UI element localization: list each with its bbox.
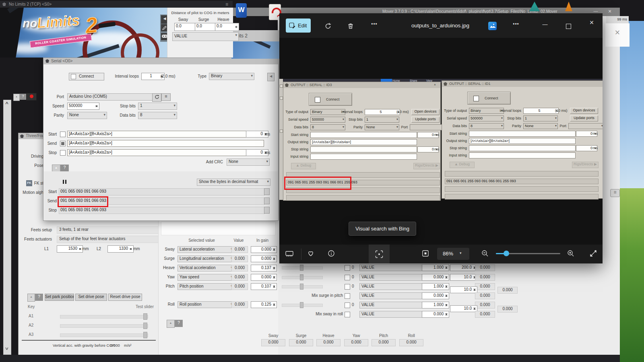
serial-titlebar[interactable]: Serial <O0> — [43, 58, 278, 64]
set-park-position-button[interactable]: Set park position — [45, 294, 74, 301]
zoom-slider-handle[interactable] — [504, 251, 509, 256]
more-button[interactable]: ••• — [366, 21, 382, 27]
reset-drive-pose-button[interactable]: Reset drive pose — [108, 294, 142, 301]
collapse-icon[interactable]: ▲ — [13, 94, 20, 101]
info-button[interactable] — [327, 249, 337, 259]
mix-gain-spinner[interactable]: 0.000 — [422, 311, 449, 318]
mix-shared-filter-spinner[interactable]: 10.0 — [450, 305, 477, 312]
axis-gain-spinner[interactable]: 0.125 — [251, 301, 277, 308]
feets-actuators-value[interactable]: Setup of the four feet linear actuators — [57, 236, 161, 243]
addcrc-dropdown[interactable]: None — [227, 158, 270, 166]
debug-more-button[interactable] — [264, 197, 270, 204]
channel-slider-handle[interactable] — [143, 313, 147, 320]
port-list-button[interactable]: ≡ — [161, 93, 171, 101]
debug-more-button[interactable] — [264, 207, 270, 214]
axis-source-dropdown[interactable]: Vertical acceleration — [178, 265, 234, 272]
visual-search-button[interactable] — [369, 245, 390, 263]
axis-gain-spinner[interactable]: 0.000 — [251, 274, 277, 281]
favorite-button[interactable] — [307, 249, 316, 259]
axis-gain-spinner[interactable]: 0.107 — [251, 283, 277, 290]
word-icon[interactable]: W — [236, 3, 247, 18]
mix-source-dropdown[interactable]: VALUE — [359, 302, 426, 309]
help-button[interactable]: ? — [35, 294, 43, 301]
minimize-button[interactable]: — — [537, 21, 553, 27]
mix-gain-spinner[interactable]: 1.000 — [422, 283, 449, 290]
fit-screen-button[interactable] — [421, 249, 431, 259]
scroll-down-icon[interactable]: ^ — [3, 345, 10, 351]
fullscreen-button[interactable] — [589, 249, 599, 259]
feets-setup-value[interactable]: 3 feets, 1 at rear — [57, 226, 161, 234]
mix-source-dropdown[interactable]: VALUE — [359, 264, 426, 271]
port-dropdown[interactable]: Arduino Uno (COM5) — [67, 93, 158, 101]
mix-gain-spinner[interactable]: 1.000 — [422, 302, 449, 309]
l2-spinner[interactable]: 1330 — [107, 245, 134, 253]
filmstrip-button[interactable] — [285, 249, 295, 259]
desktop-shortcut-icon[interactable] — [529, 2, 540, 11]
close-button[interactable]: × — [584, 19, 600, 27]
byte-format-dropdown[interactable]: Show the bytes in decimal format — [197, 179, 270, 186]
mix-checkbox[interactable] — [345, 293, 350, 299]
stop-string-input[interactable]: [A<Axis1a>][B<Axis2a>] — [67, 149, 247, 156]
mix-source-dropdown[interactable]: VALUE — [359, 311, 426, 318]
desktop-shortcut2-icon[interactable] — [565, 2, 572, 11]
send-checkbox[interactable] — [60, 141, 66, 146]
channel-slider-handle[interactable] — [143, 332, 147, 338]
axis-source-dropdown[interactable]: Pitch position — [178, 283, 234, 290]
cog-heave-spinner[interactable]: 0.0 — [215, 23, 239, 31]
l1-spinner[interactable]: 1530 — [57, 245, 83, 253]
type-dropdown[interactable]: Binary — [209, 73, 254, 80]
mix-checkbox[interactable] — [345, 284, 350, 290]
axis-source-dropdown[interactable]: Lateral acceleration — [178, 246, 234, 253]
start-string-input[interactable]: [A<Axis1a>][B<Axis2a>] — [67, 131, 247, 138]
stop-checkbox[interactable] — [60, 150, 66, 156]
connect-checkbox[interactable] — [71, 74, 76, 79]
collapse-icon[interactable]: ▲ — [167, 320, 175, 328]
pause-button[interactable] — [62, 179, 68, 185]
set-drive-pose-button[interactable]: Set drive pose — [75, 294, 107, 301]
axis-gain-spinner[interactable]: 0.137 — [251, 265, 277, 272]
help-button[interactable]: ? — [20, 94, 26, 100]
mix-source-dropdown[interactable]: VALUE — [359, 274, 426, 281]
zoom-in-button[interactable] — [567, 249, 576, 259]
mix-slider-handle[interactable] — [300, 302, 303, 308]
serial-connect-button[interactable]: Connect — [69, 73, 104, 80]
mix-slider-handle[interactable] — [300, 274, 303, 280]
channel-slider[interactable] — [60, 324, 148, 328]
channel-slider-handle[interactable] — [143, 323, 147, 329]
menu-icon[interactable]: ≡ — [610, 189, 620, 197]
record-button[interactable] — [26, 93, 37, 101]
axis-source-dropdown[interactable]: Roll position — [178, 301, 234, 308]
send-string-input[interactable]: [A<Axis1a>][B<Axis2a>] — [67, 140, 264, 147]
mix-source-dropdown[interactable]: VALUE — [359, 292, 426, 299]
more-button[interactable]: ••• — [508, 21, 524, 27]
close-icon[interactable]: × — [612, 27, 623, 39]
nl2-titlebar[interactable]: No Limits 2 (TCP) <S0> ≡ — [0, 1, 233, 8]
mix-gain-spinner[interactable]: 0.000 — [422, 292, 449, 299]
mix-checkbox[interactable] — [345, 275, 350, 280]
mix-gain-spinner[interactable]: 0.000 — [422, 274, 449, 281]
mix-shared-filter-spinner[interactable]: 10.0 — [450, 286, 477, 293]
scroll-up-icon[interactable]: ^ — [3, 101, 10, 107]
mix-slider-handle[interactable] — [300, 284, 303, 290]
mix-slider-handle[interactable] — [300, 265, 303, 271]
mover-close-button[interactable]: × — [606, 8, 614, 14]
databits-dropdown[interactable]: 8 — [138, 112, 177, 119]
collapse-left-icon[interactable]: ◀ — [267, 73, 275, 81]
cog-mode-dropdown[interactable]: VALUE — [172, 32, 239, 41]
speed-spinner[interactable]: 500000 — [67, 103, 99, 110]
zoom-level-dropdown[interactable]: 86% ▾ — [437, 248, 469, 260]
axis-gain-spinner[interactable]: 0.000 — [251, 246, 277, 253]
menu-icon[interactable]: ≡ — [225, 2, 228, 7]
collapse-icon[interactable]: ▲ — [27, 294, 35, 302]
axis-source-dropdown[interactable]: Longitudinal acceleration — [178, 255, 234, 262]
mix-source-dropdown[interactable]: VALUE — [359, 283, 426, 290]
axis-gain-spinner[interactable]: 0.000 — [251, 255, 277, 262]
help-button[interactable]: ? — [60, 165, 69, 172]
help-button[interactable]: ? — [175, 320, 183, 327]
mix-gain-spinner[interactable]: 1.000 — [422, 264, 449, 271]
left-scrollbar[interactable] — [3, 100, 11, 355]
channel-slider[interactable] — [60, 333, 148, 337]
zoom-out-button[interactable] — [481, 249, 491, 259]
axis-source-dropdown[interactable]: Yaw speed — [178, 274, 234, 281]
maximize-button[interactable] — [560, 20, 576, 32]
